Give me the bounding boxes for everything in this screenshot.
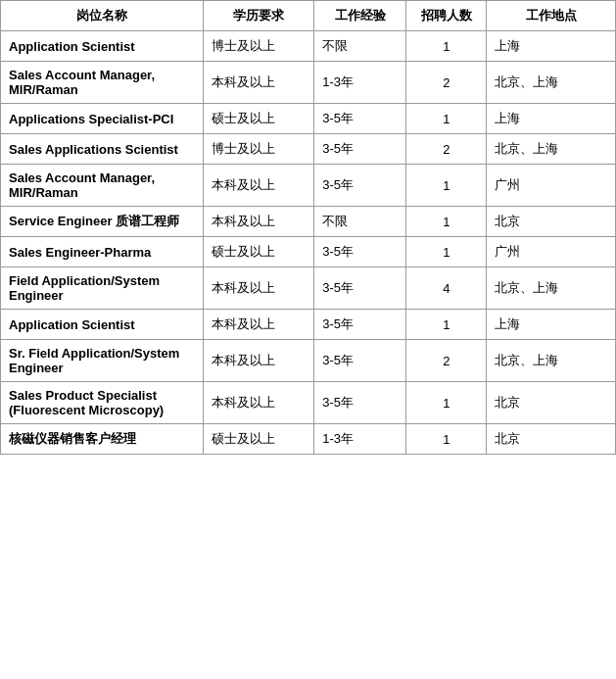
cell-count: 2	[406, 62, 487, 104]
cell-location: 上海	[487, 310, 616, 340]
cell-count: 4	[406, 267, 487, 310]
table-row[interactable]: Sales Product Specialist (Fluorescent Mi…	[1, 382, 616, 424]
cell-count: 2	[406, 134, 487, 165]
cell-count: 1	[406, 424, 487, 455]
table-row[interactable]: Service Engineer 质谱工程师本科及以上不限1北京	[1, 207, 616, 237]
cell-education: 本科及以上	[204, 340, 314, 382]
cell-count: 2	[406, 340, 487, 382]
cell-education: 博士及以上	[204, 31, 314, 62]
cell-location: 北京、上海	[487, 340, 616, 382]
cell-count: 1	[406, 207, 487, 237]
table-row[interactable]: Field Application/System Engineer本科及以上3-…	[1, 267, 616, 310]
cell-location: 上海	[487, 104, 616, 134]
cell-location: 广州	[487, 165, 616, 207]
cell-experience: 1-3年	[314, 62, 406, 104]
cell-education: 硕士及以上	[204, 104, 314, 134]
cell-education: 博士及以上	[204, 134, 314, 165]
table-row[interactable]: Application Scientist博士及以上不限1上海	[1, 31, 616, 62]
cell-education: 本科及以上	[204, 267, 314, 310]
header-education: 学历要求	[204, 1, 314, 31]
table-row[interactable]: Sales Account Manager, MIR/Raman本科及以上3-5…	[1, 165, 616, 207]
cell-location: 北京	[487, 382, 616, 424]
cell-position: Sales Product Specialist (Fluorescent Mi…	[1, 382, 204, 424]
cell-location: 广州	[487, 237, 616, 267]
cell-count: 1	[406, 104, 487, 134]
table-row[interactable]: 核磁仪器销售客户经理硕士及以上1-3年1北京	[1, 424, 616, 455]
table-row[interactable]: Sales Account Manager, MIR/Raman本科及以上1-3…	[1, 62, 616, 104]
cell-experience: 3-5年	[314, 165, 406, 207]
cell-education: 本科及以上	[204, 165, 314, 207]
cell-location: 北京	[487, 424, 616, 455]
cell-count: 1	[406, 382, 487, 424]
cell-experience: 3-5年	[314, 382, 406, 424]
cell-experience: 3-5年	[314, 340, 406, 382]
cell-education: 本科及以上	[204, 310, 314, 340]
cell-position: 核磁仪器销售客户经理	[1, 424, 204, 455]
cell-education: 本科及以上	[204, 62, 314, 104]
cell-count: 1	[406, 237, 487, 267]
header-location: 工作地点	[487, 1, 616, 31]
table-header-row: 岗位名称 学历要求 工作经验 招聘人数 工作地点	[1, 1, 616, 31]
table-row[interactable]: Applications Specialist-PCI硕士及以上3-5年1上海	[1, 104, 616, 134]
table-row[interactable]: Sr. Field Application/System Engineer本科及…	[1, 340, 616, 382]
cell-location: 北京、上海	[487, 134, 616, 165]
cell-count: 1	[406, 310, 487, 340]
cell-location: 北京、上海	[487, 62, 616, 104]
cell-experience: 3-5年	[314, 310, 406, 340]
job-table: 岗位名称 学历要求 工作经验 招聘人数 工作地点 Application Sci…	[0, 0, 616, 455]
cell-position: Sales Engineer-Pharma	[1, 237, 204, 267]
cell-position: Sales Account Manager, MIR/Raman	[1, 165, 204, 207]
cell-position: Applications Specialist-PCI	[1, 104, 204, 134]
cell-location: 北京、上海	[487, 267, 616, 310]
cell-experience: 3-5年	[314, 134, 406, 165]
cell-position: Sales Account Manager, MIR/Raman	[1, 62, 204, 104]
table-row[interactable]: Sales Engineer-Pharma硕士及以上3-5年1广州	[1, 237, 616, 267]
header-position: 岗位名称	[1, 1, 204, 31]
cell-experience: 不限	[314, 31, 406, 62]
cell-position: Sr. Field Application/System Engineer	[1, 340, 204, 382]
cell-experience: 3-5年	[314, 237, 406, 267]
cell-education: 硕士及以上	[204, 237, 314, 267]
cell-education: 本科及以上	[204, 207, 314, 237]
cell-education: 本科及以上	[204, 382, 314, 424]
cell-position: Field Application/System Engineer	[1, 267, 204, 310]
cell-education: 硕士及以上	[204, 424, 314, 455]
cell-experience: 3-5年	[314, 267, 406, 310]
cell-position: Application Scientist	[1, 31, 204, 62]
cell-position: Sales Applications Scientist	[1, 134, 204, 165]
cell-count: 1	[406, 31, 487, 62]
cell-count: 1	[406, 165, 487, 207]
header-experience: 工作经验	[314, 1, 406, 31]
table-row[interactable]: Sales Applications Scientist博士及以上3-5年2北京…	[1, 134, 616, 165]
cell-experience: 1-3年	[314, 424, 406, 455]
cell-position: Application Scientist	[1, 310, 204, 340]
cell-experience: 3-5年	[314, 104, 406, 134]
table-row[interactable]: Application Scientist本科及以上3-5年1上海	[1, 310, 616, 340]
cell-position: Service Engineer 质谱工程师	[1, 207, 204, 237]
cell-location: 上海	[487, 31, 616, 62]
cell-location: 北京	[487, 207, 616, 237]
cell-experience: 不限	[314, 207, 406, 237]
header-count: 招聘人数	[406, 1, 487, 31]
